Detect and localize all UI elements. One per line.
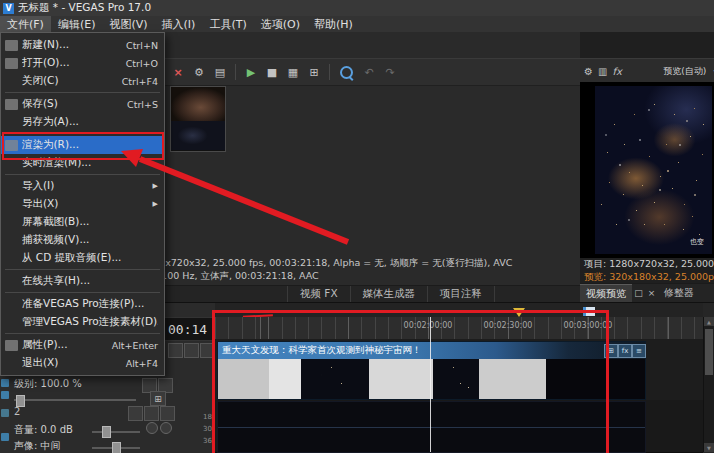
close-window-icon[interactable]: × bbox=[645, 287, 658, 300]
dock-handle-icon[interactable] bbox=[1, 391, 9, 399]
tab-video-fx[interactable]: 视频 FX bbox=[287, 286, 351, 302]
dock-handle-icon[interactable] bbox=[1, 379, 9, 387]
track-button-icon[interactable] bbox=[160, 406, 175, 421]
track-button-icon[interactable] bbox=[168, 343, 183, 358]
menubar-item-help[interactable]: 帮助(H) bbox=[307, 16, 360, 32]
save-icon bbox=[5, 99, 18, 110]
dock-handle-icon[interactable] bbox=[1, 433, 9, 441]
gear-icon[interactable]: ⚙ bbox=[584, 66, 593, 77]
menu-item-save-as[interactable]: 另存为(A)... bbox=[1, 113, 164, 131]
preview-toolbar: ⚙ ▥ fx 预览(自动) ▼ bbox=[580, 58, 714, 84]
scroll-down-icon[interactable]: ▼ bbox=[704, 443, 714, 452]
video-track-lane[interactable]: 重大天文发现：科学家首次观测到神秘宇宙网！ ⊞ fx ≡ bbox=[215, 339, 703, 401]
pan-label: 声像: 中间 bbox=[14, 439, 61, 453]
submenu-arrow-icon: ▶ bbox=[153, 182, 158, 190]
preview-subtitle: 也变 bbox=[690, 237, 704, 247]
menu-item-properties[interactable]: 属性(P)... Alt+Enter bbox=[1, 336, 164, 354]
media-info-audio: 44,100 Hz, 立体声, 00:03:21:18, AAC bbox=[146, 270, 319, 283]
menu-item-capture-video[interactable]: 捕获视频(V)... bbox=[1, 231, 164, 249]
menu-item-prepare-connect[interactable]: 准备VEGAS Pro连接(P)... bbox=[1, 295, 164, 313]
film-icon[interactable]: ▥ bbox=[598, 66, 607, 77]
audio-event[interactable] bbox=[217, 401, 646, 453]
scroll-up-icon[interactable]: ▲ bbox=[704, 317, 714, 326]
play-icon[interactable]: ▶ bbox=[243, 64, 259, 80]
fader-handle[interactable] bbox=[112, 442, 121, 453]
zoom-icon[interactable] bbox=[340, 66, 353, 79]
audio-track-number: 2 bbox=[14, 406, 20, 417]
stop-icon[interactable]: ■ bbox=[264, 64, 280, 80]
track-button-icon[interactable] bbox=[144, 406, 159, 421]
event-menu-icon[interactable]: ≡ bbox=[632, 344, 646, 358]
video-event-thumbnails bbox=[218, 359, 645, 399]
menu-item-render-as[interactable]: 渲染为(R)... bbox=[1, 136, 164, 154]
star-field bbox=[595, 86, 597, 88]
volume-slider[interactable] bbox=[92, 431, 140, 433]
event-fx-icon[interactable]: fx bbox=[618, 344, 632, 358]
level-label: 级别: 100.0 % bbox=[14, 377, 82, 391]
video-preview-panel: ⚙ ▥ fx 预览(自动) ▼ 也变 项目: 1280x720x32, 25.0… bbox=[580, 32, 714, 302]
document-icon[interactable]: ▤ bbox=[212, 64, 228, 80]
tab-trimmer[interactable]: 修整器 bbox=[658, 284, 700, 302]
restore-window-icon[interactable]: □ bbox=[632, 287, 645, 300]
menu-item-screen-capture[interactable]: 屏幕截图(B)... bbox=[1, 213, 164, 231]
track-button-icon[interactable] bbox=[184, 343, 199, 358]
video-event[interactable]: 重大天文发现：科学家首次观测到神秘宇宙网！ ⊞ fx ≡ bbox=[217, 341, 646, 400]
tab-project-notes[interactable]: 项目注释 bbox=[428, 286, 495, 302]
menubar-item-edit[interactable]: 编辑(E) bbox=[51, 16, 103, 32]
track-button-icon[interactable] bbox=[200, 343, 215, 358]
loop-end-marker-icon[interactable] bbox=[513, 308, 525, 317]
ruler-label: 00:02:00:00 bbox=[404, 321, 453, 330]
menu-item-extract-audio-cd[interactable]: 从 CD 提取音频(E)... bbox=[1, 249, 164, 267]
menubar-item-options[interactable]: 选项(O) bbox=[254, 16, 307, 32]
menu-item-share-online[interactable]: 在线共享(H)... bbox=[1, 272, 164, 290]
timeline-scrollbar[interactable]: ▲ ▼ bbox=[703, 317, 714, 452]
fx-icon[interactable]: fx bbox=[612, 66, 621, 77]
menu-item-export[interactable]: 导出(X) ▶ bbox=[1, 195, 164, 213]
level-slider[interactable] bbox=[14, 399, 136, 401]
thumbnail-segment bbox=[301, 359, 369, 399]
video-event-header[interactable]: 重大天文发现：科学家首次观测到神秘宇宙网！ bbox=[218, 342, 645, 359]
tab-media-generators[interactable]: 媒体生成器 bbox=[351, 286, 429, 302]
thumbnail-frame bbox=[171, 121, 225, 150]
preview-display: 也变 bbox=[580, 82, 714, 258]
menu-item-open[interactable]: 打开(O)... Ctrl+O bbox=[1, 54, 164, 72]
menubar-item-file[interactable]: 文件(F) bbox=[0, 16, 51, 32]
menubar-item-tools[interactable]: 工具(T) bbox=[202, 16, 253, 32]
menu-item-import[interactable]: 导入(I) ▶ bbox=[1, 177, 164, 195]
menu-item-manage-connect-media[interactable]: 管理VEGAS Pro连接素材(D)... bbox=[1, 313, 164, 331]
grid-icon[interactable]: ▦ bbox=[285, 64, 301, 80]
audio-track-lane[interactable] bbox=[215, 400, 703, 453]
marker-bar[interactable] bbox=[215, 303, 703, 317]
undo-icon[interactable]: ↶ bbox=[361, 64, 377, 80]
loop-region-bar[interactable] bbox=[217, 310, 523, 313]
solo-icon[interactable] bbox=[160, 422, 172, 434]
media-clip-thumbnail[interactable] bbox=[170, 86, 226, 152]
track-button-icon[interactable] bbox=[128, 406, 143, 421]
marker-flag-icon[interactable] bbox=[583, 307, 595, 316]
window-title: 无标题 * - VEGAS Pro 17.0 bbox=[18, 1, 151, 15]
menu-item-close[interactable]: 关闭(C) Ctrl+F4 bbox=[1, 72, 164, 90]
compositing-grid-icon[interactable]: ⊞ bbox=[150, 391, 166, 406]
menu-item-exit[interactable]: 退出(X) Alt+F4 bbox=[1, 354, 164, 372]
layout-icon[interactable]: ⊞ bbox=[306, 64, 322, 80]
pan-crop-icon[interactable]: ⊞ bbox=[604, 344, 618, 358]
render-as-icon bbox=[5, 140, 18, 151]
playhead[interactable] bbox=[430, 317, 431, 452]
menu-item-new[interactable]: 新建(N)... Ctrl+N bbox=[1, 36, 164, 54]
dock-handle-icon[interactable] bbox=[1, 409, 9, 417]
menu-item-save[interactable]: 保存(S) Ctrl+S bbox=[1, 95, 164, 113]
menu-item-real-time-render[interactable]: 实时渲染(M)... bbox=[1, 154, 164, 172]
menubar-item-insert[interactable]: 插入(I) bbox=[155, 16, 203, 32]
fader-handle[interactable] bbox=[102, 426, 111, 438]
menubar-item-view[interactable]: 视图(V) bbox=[102, 16, 154, 32]
preview-quality-dropdown[interactable]: 预览(自动) bbox=[663, 65, 706, 78]
gear-icon[interactable]: ⚙ bbox=[191, 64, 207, 80]
redo-icon[interactable]: ↷ bbox=[382, 64, 398, 80]
close-icon[interactable]: × bbox=[170, 64, 186, 80]
tab-video-preview[interactable]: 视频预览 bbox=[580, 284, 632, 303]
audio-scale-mark: 36 bbox=[188, 437, 212, 445]
toolbar-separator bbox=[329, 64, 330, 80]
scrollbar-thumb[interactable] bbox=[705, 329, 713, 375]
time-ruler[interactable]: 00:02:00:00 00:02:30:00 00:03:00:00 bbox=[215, 317, 703, 340]
mute-icon[interactable] bbox=[146, 422, 158, 434]
